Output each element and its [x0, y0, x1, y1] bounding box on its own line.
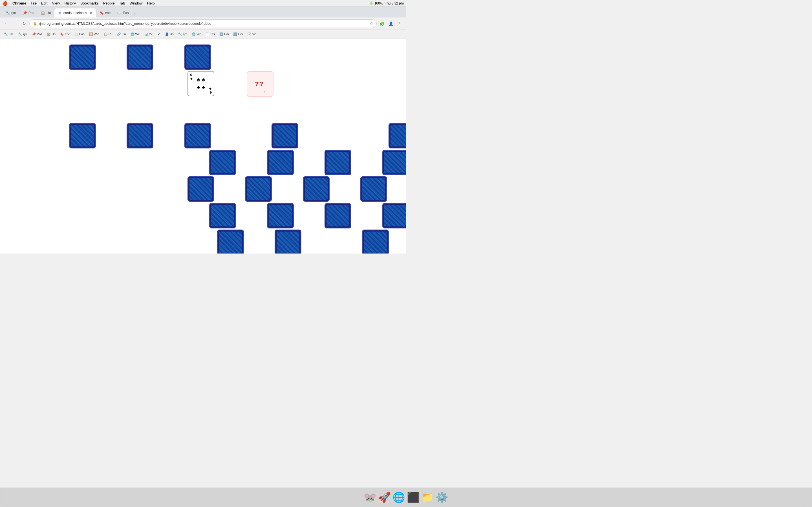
menubar-history[interactable]: History	[62, 1, 78, 5]
card-2-1[interactable]	[267, 150, 294, 175]
card-0-2[interactable]	[185, 45, 211, 70]
bookmark-eas[interactable]: 📖 Eas	[73, 32, 86, 37]
card-2-3[interactable]	[382, 150, 406, 175]
address-bar[interactable]: 🔒 rjmprogramming.com.au/HTMLCSS/cards_us…	[29, 19, 377, 28]
card-1-4[interactable]	[271, 123, 298, 149]
question-subscript: ₂	[264, 90, 265, 94]
card-value-br: 4	[210, 91, 212, 95]
menubar-tab[interactable]: Tab	[117, 1, 127, 5]
question-mark-1: ?	[255, 80, 259, 88]
tab-rjm[interactable]: 🔧 rjm	[2, 8, 19, 17]
bookmark-win[interactable]: 🪟 Win	[87, 32, 101, 37]
tab-active[interactable]: 🃏 cards_usefocus ✕	[54, 8, 96, 17]
bookmark-pos[interactable]: 📌 Pos	[31, 32, 44, 37]
lock-icon: 🔒	[33, 22, 37, 25]
card-2-6[interactable]	[303, 176, 329, 202]
card-3-1[interactable]	[267, 203, 294, 228]
cards-container: 4 ♣ ♣ ♣ ♣ ♣ ♣ 4 ? ? ₂	[69, 45, 337, 202]
menubar-people[interactable]: People	[101, 1, 117, 5]
bookmark-star-icon[interactable]: ☆	[370, 22, 373, 25]
main-content: 4 ♣ ♣ ♣ ♣ ♣ ♣ 4 ? ? ₂	[0, 39, 406, 253]
pip-3: ♣	[197, 84, 200, 91]
tab-label-rjm: rjm	[11, 11, 16, 15]
bookmark-check[interactable]: ✓	[156, 32, 162, 37]
tab-enc[interactable]: 🔖 enc	[96, 8, 114, 17]
card-question[interactable]: ? ? ₂	[247, 71, 273, 97]
bookmark-27[interactable]: 📊 27.	[143, 32, 155, 37]
battery-icon: 🔋 100%	[369, 1, 383, 5]
menubar-help[interactable]: Help	[145, 1, 157, 5]
card-2-7[interactable]	[360, 176, 387, 202]
menubar-view[interactable]: View	[50, 1, 62, 5]
clock: Thu 8:32 pm	[385, 1, 404, 5]
toolbar: ← → ↻ 🔒 rjmprogramming.com.au/HTMLCSS/ca…	[0, 17, 406, 30]
tab-close-button[interactable]: ✕	[89, 11, 93, 15]
menubar-right: 🔋 100% Thu 8:32 pm	[369, 1, 404, 5]
bookmark-uni2[interactable]: ℹ️ Uni	[232, 32, 245, 37]
menubar-chrome[interactable]: Chrome	[10, 1, 29, 5]
profile-button[interactable]: 👤	[387, 20, 395, 27]
card-2-4[interactable]	[188, 176, 214, 202]
card-3-0[interactable]	[209, 203, 236, 228]
menubar: 🍎 Chrome File Edit View History Bookmark…	[0, 0, 406, 7]
card-1-1[interactable]	[126, 123, 153, 149]
tab-favicon-pos: 📌	[23, 11, 27, 15]
tab-label-active: cards_usefocus	[63, 11, 87, 15]
card-value-tl: 4	[190, 73, 192, 77]
extensions-button[interactable]: 🧩	[378, 20, 386, 27]
reload-button[interactable]: ↻	[20, 20, 28, 27]
bookmark-rjm[interactable]: 🔧 rjm	[17, 32, 29, 37]
tab-ho[interactable]: 🏠 Ho	[38, 8, 54, 17]
tab-label-ho: Ho	[47, 11, 51, 15]
card-2-0[interactable]	[209, 150, 236, 175]
tab-favicon-active: 🃏	[58, 11, 62, 15]
menu-button[interactable]: ⋮	[396, 20, 404, 27]
apple-menu[interactable]: 🍎	[2, 1, 8, 6]
card-1-7[interactable]	[389, 123, 406, 149]
card-3-3[interactable]	[382, 203, 406, 228]
menubar-edit[interactable]: Edit	[39, 1, 50, 5]
bookmark-00[interactable]: 🔧 0.0.	[2, 32, 15, 37]
card-3-6[interactable]	[274, 230, 301, 253]
tab-pos[interactable]: 📌 Pos	[19, 8, 38, 17]
card-0-1[interactable]	[126, 45, 153, 70]
bookmark-cs[interactable]: 📄 CS	[204, 32, 216, 37]
card-3-8[interactable]	[362, 230, 389, 253]
menubar-file[interactable]: File	[29, 1, 39, 5]
menubar-window[interactable]: Window	[127, 1, 145, 5]
card-1-2[interactable]	[185, 123, 211, 149]
card-3-2[interactable]	[324, 203, 351, 228]
chrome-window: 🔧 rjm 📌 Pos 🏠 Ho 🃏 cards_usefocus ✕ 🔖 en…	[0, 7, 406, 253]
tab-favicon-enc: 🔖	[100, 11, 103, 15]
pip-1: ♣	[197, 77, 200, 83]
bookmark-we1[interactable]: 🌐 We	[129, 32, 142, 37]
bookmark-we2[interactable]: 🌐 We	[190, 32, 203, 37]
card-pips: ♣ ♣ ♣ ♣	[193, 71, 209, 96]
bookmark-us[interactable]: 👤 Us	[163, 32, 175, 37]
bookmark-uni1[interactable]: ℹ️ Uni	[218, 32, 231, 37]
tab-label-enc: enc	[105, 11, 110, 15]
tab-eas[interactable]: 📖 Eas	[114, 8, 132, 17]
new-tab-button[interactable]: +	[133, 11, 137, 17]
card-3-5[interactable]	[217, 230, 244, 253]
card-2-2[interactable]	[324, 150, 351, 175]
card-1-0[interactable]	[69, 123, 96, 149]
back-button[interactable]: ←	[2, 20, 10, 27]
bookmark-enc[interactable]: 🔖 enc	[58, 32, 71, 37]
question-mark-2: ?	[259, 80, 263, 88]
card-revealed-4clubs[interactable]: 4 ♣ ♣ ♣ ♣ ♣ ♣ 4	[188, 71, 214, 96]
card-suit-tl: ♣	[190, 76, 193, 80]
bookmarks-bar: 🔧 0.0. 🔧 rjm 📌 Pos 🏠 Ho 🔖 enc 📖 Eas 🪟 Wi…	[0, 30, 406, 39]
bookmark-rjm2[interactable]: 🔧 rjm	[176, 32, 189, 37]
bookmark-ru[interactable]: 📋 Ru	[102, 32, 114, 37]
bookmark-ho[interactable]: 🏠 Ho	[45, 32, 57, 37]
bookmark-quote[interactable]: 📝 "o"	[246, 32, 258, 37]
card-2-5[interactable]	[245, 176, 272, 202]
pip-4: ♣	[202, 84, 205, 91]
menubar-bookmarks[interactable]: Bookmarks	[78, 1, 101, 5]
bookmark-lin[interactable]: 🔗 Lin	[115, 32, 128, 37]
forward-button[interactable]: →	[11, 20, 19, 27]
card-0-0[interactable]	[69, 45, 96, 70]
url-text: rjmprogramming.com.au/HTMLCSS/cards_usef…	[39, 22, 368, 25]
tab-label-eas: Eas	[123, 11, 129, 15]
